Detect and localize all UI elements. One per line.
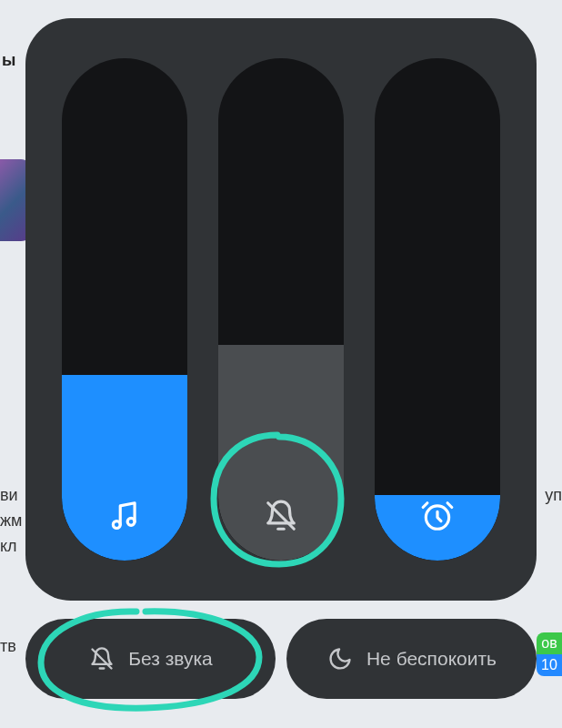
mode-buttons-row: Без звука Не беспокоить [25, 619, 537, 699]
dnd-button-label: Не беспокоить [366, 648, 497, 670]
background-text: ви жм кл [0, 482, 22, 559]
alarm-clock-icon [418, 497, 457, 535]
background-pill: ов 10 [537, 632, 562, 676]
background-text: уп [545, 482, 562, 508]
volume-panel [25, 18, 537, 601]
mute-button[interactable]: Без звука [25, 619, 276, 699]
dnd-button[interactable]: Не беспокоить [286, 619, 537, 699]
background-text: 10 [541, 657, 557, 673]
background-text: ов [541, 635, 557, 652]
mute-button-label: Без звука [128, 648, 213, 670]
svg-point-1 [127, 518, 135, 525]
moon-icon [326, 645, 354, 672]
music-note-icon [105, 497, 144, 535]
bell-off-icon [262, 497, 300, 535]
bell-off-icon [88, 645, 115, 672]
media-volume-slider[interactable] [62, 58, 187, 561]
background-text: ы [2, 51, 15, 70]
background-text: тв [0, 637, 16, 656]
ring-volume-slider[interactable] [218, 58, 344, 561]
alarm-volume-slider[interactable] [375, 58, 500, 561]
svg-point-0 [113, 521, 120, 529]
